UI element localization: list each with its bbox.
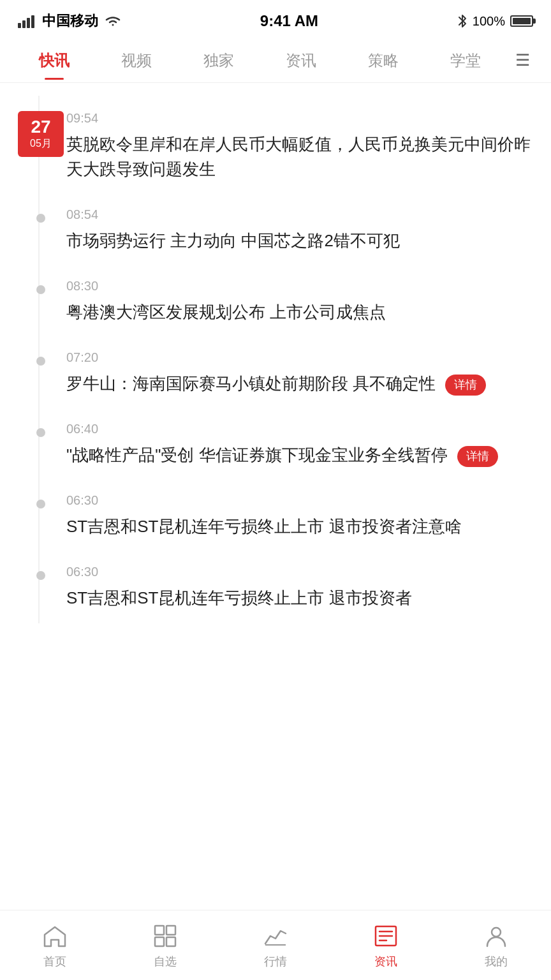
news-item-4[interactable]: 06:40 "战略性产品"受创 华信证券旗下现金宝业务全线暂停 详情 <box>0 409 551 480</box>
bottom-nav-profile[interactable]: 我的 <box>441 922 551 969</box>
news-item-0[interactable]: 27 05月 09:54 英脱欧令里岸和在岸人民币大幅贬值，人民币兑换美元中间价… <box>0 96 551 195</box>
tab-dujia[interactable]: 独家 <box>177 43 260 78</box>
timeline-dot-4 <box>36 428 45 437</box>
news-title-1: 市场弱势运行 主力动向 中国芯之路2错不可犯 <box>66 228 536 253</box>
chart-icon <box>261 922 290 950</box>
status-right: 100% <box>457 14 533 29</box>
page-content: 27 05月 09:54 英脱欧令里岸和在岸人民币大幅贬值，人民币兑换美元中间价… <box>0 83 551 713</box>
timeline-dot-1 <box>36 214 45 223</box>
battery-icon <box>510 15 533 27</box>
news-content-3: 07:20 罗牛山：海南国际赛马小镇处前期阶段 具不确定性 详情 <box>66 350 536 396</box>
status-bar: 中国移动 9:41 AM 100% <box>0 0 551 38</box>
nav-tabs: 快讯 视频 独家 资讯 策略 学堂 ☰ <box>0 38 551 83</box>
news-time-1: 08:54 <box>66 207 536 222</box>
bottom-nav-watchlist[interactable]: 自选 <box>110 922 221 969</box>
news-time-5: 06:30 <box>66 493 536 508</box>
bottom-nav-profile-label: 我的 <box>485 954 508 969</box>
news-item-1[interactable]: 08:54 市场弱势运行 主力动向 中国芯之路2错不可犯 <box>0 195 551 266</box>
bottom-nav-market[interactable]: 行情 <box>221 922 331 969</box>
status-carrier: 中国移动 <box>18 11 121 31</box>
tab-celue[interactable]: 策略 <box>342 43 424 78</box>
tab-xuetang[interactable]: 学堂 <box>424 43 506 78</box>
news-time-0: 09:54 <box>66 111 536 126</box>
news-title-5: ST吉恩和ST昆机连年亏损终止上市 退市投资者注意啥 <box>66 514 536 539</box>
news-time-6: 06:30 <box>66 565 536 579</box>
news-content-5: 06:30 ST吉恩和ST昆机连年亏损终止上市 退市投资者注意啥 <box>66 493 536 539</box>
news-content-4: 06:40 "战略性产品"受创 华信证券旗下现金宝业务全线暂停 详情 <box>66 422 536 468</box>
svg-rect-3 <box>31 15 34 28</box>
signal-icon <box>18 14 36 28</box>
svg-rect-1 <box>22 20 26 28</box>
user-icon <box>482 922 510 950</box>
svg-point-13 <box>492 928 501 937</box>
news-item-5[interactable]: 06:30 ST吉恩和ST昆机连年亏损终止上市 退市投资者注意啥 <box>0 480 551 552</box>
timeline-dot-3 <box>36 357 45 366</box>
bottom-nav-home[interactable]: 首页 <box>0 922 110 969</box>
news-item-3[interactable]: 07:20 罗牛山：海南国际赛马小镇处前期阶段 具不确定性 详情 <box>0 338 551 409</box>
timeline-dot-2 <box>36 285 45 294</box>
status-time: 9:41 AM <box>260 12 318 30</box>
battery-percent: 100% <box>473 14 505 29</box>
bluetooth-icon <box>457 14 467 28</box>
tab-shipin[interactable]: 视频 <box>95 43 177 78</box>
tab-kuaixun[interactable]: 快讯 <box>13 43 95 78</box>
news-time-3: 07:20 <box>66 350 536 365</box>
date-badge: 27 05月 <box>18 111 64 157</box>
news-icon <box>372 922 400 950</box>
timeline-dot-6 <box>36 571 45 580</box>
news-title-6: ST吉恩和ST昆机连年亏损终止上市 退市投资者 <box>66 586 536 611</box>
bottom-nav-news-label: 资讯 <box>374 954 397 969</box>
news-content-0: 09:54 英脱欧令里岸和在岸人民币大幅贬值，人民币兑换美元中间价昨天大跌导致问… <box>66 111 536 182</box>
bottom-nav-market-label: 行情 <box>264 954 287 969</box>
bottom-nav-news[interactable]: 资讯 <box>330 922 441 969</box>
home-icon <box>41 922 69 950</box>
news-content-1: 08:54 市场弱势运行 主力动向 中国芯之路2错不可犯 <box>66 207 536 253</box>
tab-zixun[interactable]: 资讯 <box>260 43 342 78</box>
wifi-icon <box>105 15 121 27</box>
bottom-nav-home-label: 首页 <box>43 954 66 969</box>
news-title-3: 罗牛山：海南国际赛马小镇处前期阶段 具不确定性 详情 <box>66 371 536 396</box>
detail-badge-4[interactable]: 详情 <box>457 446 498 467</box>
news-time-2: 08:30 <box>66 279 536 293</box>
svg-rect-2 <box>27 18 30 28</box>
svg-rect-7 <box>166 937 175 946</box>
svg-rect-5 <box>166 926 175 935</box>
carrier-name: 中国移动 <box>42 11 98 31</box>
bottom-nav: 首页 自选 行情 <box>0 910 551 980</box>
timeline-dot-5 <box>36 500 45 509</box>
bottom-nav-watchlist-label: 自选 <box>154 954 177 969</box>
grid-icon <box>151 922 179 950</box>
menu-button[interactable]: ☰ <box>506 50 538 70</box>
svg-rect-6 <box>155 937 164 946</box>
svg-rect-4 <box>155 926 164 935</box>
news-title-4: "战略性产品"受创 华信证券旗下现金宝业务全线暂停 详情 <box>66 443 536 468</box>
news-title-2: 粤港澳大湾区发展规划公布 上市公司成焦点 <box>66 300 536 325</box>
detail-badge-3[interactable]: 详情 <box>445 375 486 396</box>
news-feed: 27 05月 09:54 英脱欧令里岸和在岸人民币大幅贬值，人民币兑换美元中间价… <box>0 83 551 636</box>
news-title-0: 英脱欧令里岸和在岸人民币大幅贬值，人民币兑换美元中间价昨天大跌导致问题发生 <box>66 132 536 182</box>
svg-rect-0 <box>18 23 21 28</box>
news-time-4: 06:40 <box>66 422 536 436</box>
news-item-6[interactable]: 06:30 ST吉恩和ST昆机连年亏损终止上市 退市投资者 <box>0 552 551 623</box>
news-content-6: 06:30 ST吉恩和ST昆机连年亏损终止上市 退市投资者 <box>66 565 536 611</box>
news-content-2: 08:30 粤港澳大湾区发展规划公布 上市公司成焦点 <box>66 279 536 325</box>
news-item-2[interactable]: 08:30 粤港澳大湾区发展规划公布 上市公司成焦点 <box>0 266 551 338</box>
